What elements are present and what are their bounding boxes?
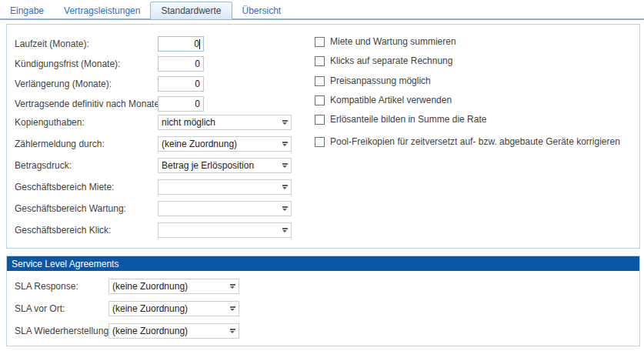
kompatible-artikel-label: Kompatible Artikel verwenden xyxy=(330,95,452,105)
gb-miete-label: Geschäftsbereich Miete: xyxy=(15,182,158,192)
form-row-kopienguthaben: Kopienguthaben: nicht möglich xyxy=(15,115,292,130)
kopienguthaben-dropdown[interactable]: nicht möglich xyxy=(158,115,292,130)
form-row-gb-miete: Geschäftsbereich Miete: xyxy=(15,179,292,195)
miete-wartung-checkbox[interactable] xyxy=(315,37,325,47)
vertragsende-value: 0 xyxy=(195,99,200,109)
text-caret xyxy=(199,39,200,49)
kopienguthaben-label: Kopienguthaben: xyxy=(15,117,158,128)
chevron-down-icon[interactable] xyxy=(226,302,239,316)
vertragsende-label: Vertragsende definitiv nach Monaten: xyxy=(15,99,158,109)
miete-wartung-label: Miete und Wartung summieren xyxy=(330,36,456,47)
klicks-rechnung-label: Klicks auf separate Rechnung xyxy=(330,55,452,66)
sla-row-vor-ort: SLA vor Ort: (keine Zuordnung) xyxy=(15,301,239,316)
chevron-down-icon[interactable] xyxy=(279,137,291,151)
chevron-down-icon[interactable] xyxy=(279,223,291,237)
kompatible-artikel-checkbox[interactable] xyxy=(315,95,325,105)
chevron-down-icon[interactable] xyxy=(279,202,291,216)
laufzeit-label: Laufzeit (Monate): xyxy=(15,38,158,49)
verlaengerung-value: 0 xyxy=(195,79,200,89)
tab-standardwerte[interactable]: Standardwerte xyxy=(150,2,232,19)
betragsdruck-label: Betragsdruck: xyxy=(15,160,158,171)
tab-vertragsleistungen[interactable]: Vertragsleistungen xyxy=(54,2,150,19)
zaehlermeldung-dropdown[interactable]: (keine Zuordnung) xyxy=(158,136,292,152)
checkbox-row-kompatible-artikel: Kompatible Artikel verwenden xyxy=(315,94,452,106)
tab-row: Eingabe Vertragsleistungen Standardwerte… xyxy=(0,2,291,19)
checkbox-row-miete-wartung: Miete und Wartung summieren xyxy=(315,35,456,48)
kuendigungsfrist-value: 0 xyxy=(195,58,200,69)
gb-miete-dropdown[interactable] xyxy=(158,179,292,195)
chevron-down-icon[interactable] xyxy=(279,180,291,194)
kuendigungsfrist-label: Kündigungsfrist (Monate): xyxy=(15,58,158,69)
erloesanteile-checkbox[interactable] xyxy=(315,115,325,125)
sla-response-dropdown[interactable]: (keine Zuordnung) xyxy=(108,279,239,294)
sla-response-label: SLA Response: xyxy=(15,281,108,292)
erloesanteile-label: Erlösanteile bilden in Summe die Rate xyxy=(330,114,486,125)
sla-vor-ort-value: (keine Zuordnung) xyxy=(112,303,226,314)
standardwerte-panel: Laufzeit (Monate): 0 Kündigungsfrist (Mo… xyxy=(6,24,640,249)
laufzeit-value: 0 xyxy=(194,38,199,49)
checkbox-row-pool-freikopien: Pool-Freikopien für zeitversetzt auf- bz… xyxy=(315,135,620,148)
gb-klick-dropdown[interactable] xyxy=(158,222,292,238)
zaehlermeldung-label: Zählermeldung durch: xyxy=(15,139,158,149)
form-row-vertragsende: Vertragsende definitiv nach Monaten: 0 xyxy=(15,96,204,112)
verlaengerung-input[interactable]: 0 xyxy=(158,76,204,92)
verlaengerung-label: Verlängerung (Monate): xyxy=(15,79,158,89)
sla-row-wiederherstellung: SLA Wiederherstellung: (keine Zuordnung) xyxy=(15,323,239,339)
laufzeit-input[interactable]: 0 xyxy=(158,36,204,52)
sla-wiederherstellung-value: (keine Zuordnung) xyxy=(112,326,226,336)
chevron-down-icon[interactable] xyxy=(279,159,291,172)
kuendigungsfrist-input[interactable]: 0 xyxy=(158,56,204,72)
betragsdruck-value: Betrag je Erlösposition xyxy=(162,160,279,171)
form-row-gb-wartung: Geschäftsbereich Wartung: xyxy=(15,201,292,216)
tab-eingabe[interactable]: Eingabe xyxy=(0,2,54,19)
form-row-verlaengerung: Verlängerung (Monate): 0 xyxy=(15,76,204,92)
sla-panel: Service Level Agreements SLA Response: (… xyxy=(6,256,640,346)
tab-uebersicht[interactable]: Übersicht xyxy=(232,2,292,19)
sla-section-header: Service Level Agreements xyxy=(7,256,639,271)
sla-wiederherstellung-dropdown[interactable]: (keine Zuordnung) xyxy=(108,323,239,339)
preisanpassung-checkbox[interactable] xyxy=(315,76,325,86)
chevron-down-icon[interactable] xyxy=(226,324,239,338)
zaehlermeldung-value: (keine Zuordnung) xyxy=(162,139,279,149)
form-row-laufzeit: Laufzeit (Monate): 0 xyxy=(15,36,204,52)
sla-response-value: (keine Zuordnung) xyxy=(112,281,226,292)
checkbox-row-preisanpassung: Preisanpassung möglich xyxy=(315,75,431,87)
vertragsende-input[interactable]: 0 xyxy=(158,96,204,112)
gb-wartung-dropdown[interactable] xyxy=(158,201,292,216)
betragsdruck-dropdown[interactable]: Betrag je Erlösposition xyxy=(158,158,292,173)
form-row-kuendigungsfrist: Kündigungsfrist (Monate): 0 xyxy=(15,56,204,72)
form-row-zaehlermeldung: Zählermeldung durch: (keine Zuordnung) xyxy=(15,136,292,152)
gb-klick-label: Geschäftsbereich Klick: xyxy=(15,225,158,236)
klicks-rechnung-checkbox[interactable] xyxy=(315,56,325,66)
pool-freikopien-checkbox[interactable] xyxy=(315,137,325,147)
checkbox-row-klicks-rechnung: Klicks auf separate Rechnung xyxy=(315,55,452,67)
sla-row-response: SLA Response: (keine Zuordnung) xyxy=(15,279,239,294)
standardwerte-page: Eingabe Vertragsleistungen Standardwerte… xyxy=(0,0,644,351)
chevron-down-icon[interactable] xyxy=(226,279,239,293)
checkbox-row-erloesanteile: Erlösanteile bilden in Summe die Rate xyxy=(315,113,486,125)
sla-wiederherstellung-label: SLA Wiederherstellung: xyxy=(15,326,108,336)
tab-strip: Eingabe Vertragsleistungen Standardwerte… xyxy=(0,0,644,20)
chevron-down-icon[interactable] xyxy=(279,115,291,129)
gb-wartung-label: Geschäftsbereich Wartung: xyxy=(15,203,158,214)
sla-vor-ort-label: SLA vor Ort: xyxy=(15,303,108,314)
sla-vor-ort-dropdown[interactable]: (keine Zuordnung) xyxy=(108,301,239,316)
kopienguthaben-value: nicht möglich xyxy=(162,117,279,128)
pool-freikopien-label: Pool-Freikopien für zeitversetzt auf- bz… xyxy=(330,136,620,147)
form-row-betragsdruck: Betragsdruck: Betrag je Erlösposition xyxy=(15,158,292,173)
form-row-gb-klick: Geschäftsbereich Klick: xyxy=(15,222,292,238)
preisanpassung-label: Preisanpassung möglich xyxy=(330,75,431,86)
